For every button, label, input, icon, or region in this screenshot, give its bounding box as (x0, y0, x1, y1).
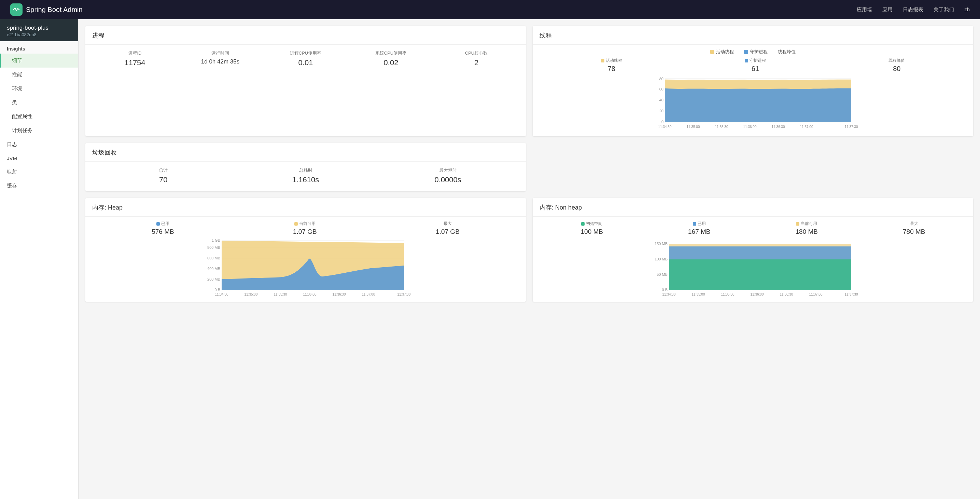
heap-legend: 已用 576 MB 当前可用 1.07 GB 最大 1.07 GB (85, 217, 526, 238)
nav-app-wall[interactable]: 应用墙 (857, 6, 872, 13)
sidebar-app-name: spring-boot-plus e211ba082db8 (0, 19, 78, 41)
svg-text:11:37:30: 11:37:30 (398, 292, 411, 296)
sidebar-item-classes[interactable]: 类 (0, 95, 78, 110)
svg-text:11:35:30: 11:35:30 (274, 292, 287, 296)
svg-text:11:35:00: 11:35:00 (245, 292, 258, 296)
svg-text:11:35:30: 11:35:30 (715, 125, 728, 129)
svg-text:11:36:00: 11:36:00 (743, 125, 757, 129)
process-stats: 进程ID 11754 运行时间 1d 0h 42m 35s 进程CPU使用率 0… (85, 45, 526, 74)
threads-card: 线程 活动线程 守护进程 线程峰值 活动线程 (533, 26, 973, 136)
stat-cpu-cores: CPU核心数 2 (434, 50, 519, 67)
svg-text:11:37:00: 11:37:00 (362, 292, 375, 296)
process-card: 进程 进程ID 11754 运行时间 1d 0h 42m 35s 进程CPU使用… (85, 26, 526, 136)
svg-text:11:36:00: 11:36:00 (751, 292, 764, 296)
stat-gc-total: 总计 70 (92, 167, 235, 184)
legend-daemon: 守护进程 (744, 49, 768, 55)
threads-legend: 活动线程 守护进程 线程峰值 (533, 45, 973, 58)
sidebar-item-mappings[interactable]: 映射 (0, 165, 78, 179)
sidebar-item-jvm[interactable]: JVM (0, 151, 78, 165)
svg-text:800 MB: 800 MB (207, 245, 220, 249)
heap-title: 内存: Heap (85, 198, 526, 217)
heap-svg: 0 B 200 MB 400 MB 600 MB 800 MB 1 GB (91, 238, 520, 296)
svg-text:11:37:30: 11:37:30 (845, 125, 858, 129)
process-title: 进程 (85, 26, 526, 45)
heap-chart: 0 B 200 MB 400 MB 600 MB 800 MB 1 GB (85, 238, 526, 302)
svg-text:400 MB: 400 MB (207, 267, 220, 271)
sidebar: spring-boot-plus e211ba082db8 Insights 细… (0, 19, 78, 499)
heap-card: 内存: Heap 已用 576 MB 当前可用 1.07 GB (85, 198, 526, 302)
gc-card: 垃圾回收 总计 70 总耗时 1.1610s 最大耗时 0.0000s (85, 143, 526, 191)
svg-text:50 MB: 50 MB (657, 272, 668, 277)
sidebar-item-performance[interactable]: 性能 (0, 68, 78, 81)
svg-text:11:36:30: 11:36:30 (780, 292, 793, 296)
svg-text:11:36:00: 11:36:00 (303, 292, 317, 296)
svg-text:80: 80 (659, 77, 663, 81)
threads-chart: 0 20 40 60 80 11:34:30 (533, 76, 973, 136)
svg-text:150 MB: 150 MB (655, 242, 668, 246)
svg-text:100 MB: 100 MB (655, 257, 668, 261)
svg-text:200 MB: 200 MB (207, 277, 220, 281)
nonheap-legend: 初始空间 100 MB 已用 167 MB 当前可用 18 (533, 217, 973, 238)
stat-proc-cpu: 进程CPU使用率 0.01 (263, 50, 348, 67)
svg-text:20: 20 (659, 109, 663, 113)
sidebar-item-tasks[interactable]: 计划任务 (0, 124, 78, 138)
svg-text:11:36:30: 11:36:30 (332, 292, 346, 296)
nav-about[interactable]: 关于我们 (934, 6, 954, 13)
nav-lang[interactable]: zh (964, 6, 970, 13)
stat-pid: 进程ID 11754 (92, 50, 178, 67)
svg-text:0 B: 0 B (662, 288, 668, 292)
layout: spring-boot-plus e211ba082db8 Insights 细… (0, 19, 980, 499)
sidebar-item-environment[interactable]: 环境 (0, 81, 78, 95)
nonheap-title: 内存: Non heap (533, 198, 973, 217)
sidebar-item-config[interactable]: 配置属性 (0, 110, 78, 124)
gc-title: 垃圾回收 (85, 143, 526, 162)
stat-gc-total-time: 总耗时 1.1610s (235, 167, 377, 184)
threads-title: 线程 (533, 26, 973, 45)
main-content: 进程 进程ID 11754 运行时间 1d 0h 42m 35s 进程CPU使用… (78, 19, 980, 499)
nav-app[interactable]: 应用 (882, 6, 892, 13)
sidebar-item-details[interactable]: 细节 (0, 54, 78, 68)
stat-uptime: 运行时间 1d 0h 42m 35s (178, 50, 263, 67)
svg-text:0: 0 (662, 120, 663, 124)
threads-values: 活动线程 78 守护进程 61 线程峰值 80 (533, 58, 973, 76)
header-nav: 应用墙 应用 日志报表 关于我们 zh (857, 6, 970, 13)
svg-text:11:35:00: 11:35:00 (692, 292, 705, 296)
svg-text:11:37:30: 11:37:30 (845, 292, 858, 296)
threads-svg: 0 20 40 60 80 11:34:30 (538, 76, 968, 131)
legend-active-threads: 活动线程 (710, 49, 734, 55)
svg-text:11:34:30: 11:34:30 (215, 292, 228, 296)
svg-text:600 MB: 600 MB (207, 256, 220, 260)
legend-peak: 线程峰值 (778, 49, 795, 55)
svg-text:11:36:30: 11:36:30 (772, 125, 785, 129)
svg-text:11:37:00: 11:37:00 (800, 125, 813, 129)
sidebar-item-logs[interactable]: 日志 (0, 138, 78, 151)
nav-log-report[interactable]: 日志报表 (903, 6, 923, 13)
app-logo: Spring Boot Admin (10, 3, 857, 16)
sidebar-item-cache[interactable]: 缓存 (0, 179, 78, 193)
svg-text:60: 60 (659, 87, 663, 91)
svg-text:11:34:30: 11:34:30 (658, 125, 672, 129)
svg-text:11:37:00: 11:37:00 (809, 292, 822, 296)
svg-text:1 GB: 1 GB (212, 238, 220, 242)
logo-icon (10, 3, 22, 16)
stat-gc-max-time: 最大耗时 0.0000s (377, 167, 519, 184)
svg-text:11:35:30: 11:35:30 (721, 292, 735, 296)
nonheap-svg: 0 B 50 MB 100 MB 150 MB 11:3 (538, 238, 968, 296)
svg-text:11:34:30: 11:34:30 (662, 292, 676, 296)
stat-sys-cpu: 系统CPU使用率 0.02 (348, 50, 434, 67)
svg-text:11:35:00: 11:35:00 (687, 125, 700, 129)
nonheap-chart: 0 B 50 MB 100 MB 150 MB 11:3 (533, 238, 973, 302)
svg-text:40: 40 (659, 98, 663, 102)
gc-stats: 总计 70 总耗时 1.1610s 最大耗时 0.0000s (85, 162, 526, 191)
app-title: Spring Boot Admin (26, 6, 83, 14)
svg-text:0 B: 0 B (215, 288, 220, 292)
header: Spring Boot Admin 应用墙 应用 日志报表 关于我们 zh (0, 0, 980, 19)
nonheap-card: 内存: Non heap 初始空间 100 MB 已用 167 MB (533, 198, 973, 302)
insights-label: Insights (0, 41, 78, 54)
sidebar-app-id: e211ba082db8 (7, 32, 72, 37)
